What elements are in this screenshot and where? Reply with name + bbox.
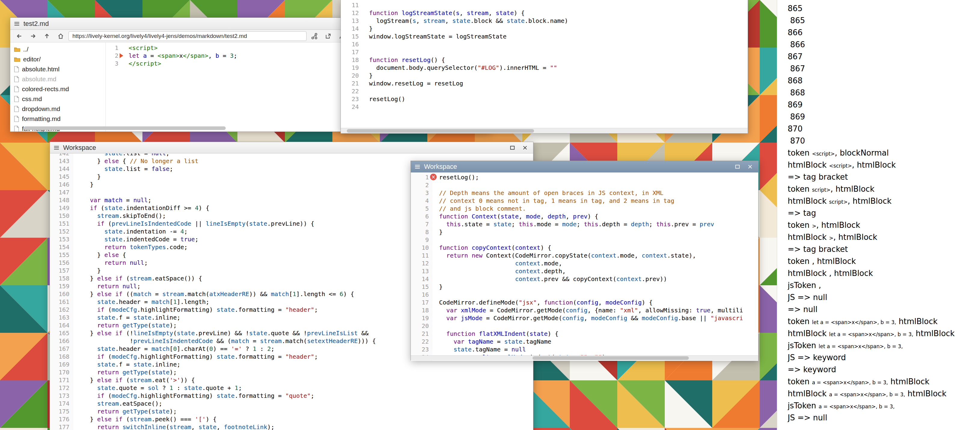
code-text [73,189,75,196]
code-line: 18function resetLog() { [341,56,748,64]
open-external-button[interactable] [322,31,334,41]
snippet-editor[interactable]: 1112function logStreamState(s, stream, s… [341,0,748,128]
forward-button[interactable] [27,31,39,41]
file-item[interactable]: colored-rects.md [10,84,105,94]
code-text: state.quote = sol ? 1 : state.quote + 1; [73,384,242,392]
line-number: 155 [50,251,73,259]
line-number: 15 [341,32,362,40]
code-text: return null; [73,282,141,290]
window-menu-icon[interactable] [54,145,59,150]
line-number: 160 [50,290,73,298]
code-line: 8} [411,228,758,236]
code-text: state.f = state.inline; [73,360,180,368]
code-text: function logStreamState(s, stream, state… [362,9,525,17]
file-item[interactable]: formatting.md [10,114,105,124]
modules-button[interactable] [308,31,320,41]
line-number: 168 [50,353,73,360]
snippet-hscrollbar[interactable] [341,128,748,133]
code-line: 14} [341,25,748,32]
code-line: 22 [341,87,748,95]
workspace-right-editor[interactable]: 1resetLog();×23// Depth means the amount… [411,173,758,361]
window-menu-icon[interactable] [414,164,420,169]
editor-hscrollbar-thumb[interactable] [24,126,226,130]
log-line: token , htmlBlock [788,255,980,267]
code-text: } [362,72,373,80]
snippet-hscrollbar-thumb[interactable] [347,129,534,133]
line-number: 14 [411,275,433,283]
workspace-right-hscrollbar[interactable] [411,355,758,360]
close-icon[interactable] [520,143,530,152]
code-text: } else { [73,251,126,259]
log-line: jsToken a = <span>x</span>, b = 3, [788,400,980,412]
code-text: } [73,181,94,189]
home-button[interactable] [55,31,67,41]
bookmark-icon[interactable] [119,53,123,58]
log-line: 866 [788,38,980,51]
code-text: var match = null; [73,196,151,204]
folder-icon [14,46,21,52]
file-item[interactable]: editor/ [10,54,105,64]
file-icon [14,86,19,93]
line-number: 20 [411,322,433,330]
close-icon[interactable] [746,162,755,171]
error-icon[interactable]: × [430,174,437,180]
code-text: } [73,267,101,275]
log-line: 868 [788,75,980,87]
code-line: 4// context 0 means not in tag, 1 means … [411,197,758,205]
maximize-icon[interactable] [733,162,742,171]
file-item[interactable]: dropdown.md [10,104,105,114]
window-menu-icon[interactable] [14,21,20,27]
code-line: 15window.logStreamState = logStreamState [341,32,748,40]
code-text: CodeMirror.defineMode("jsx", function(co… [433,299,652,306]
code-text: function copyContext(context) { [433,244,551,251]
code-text: } else { // No longer a list [73,157,198,165]
log-line: htmlBlock >, htmlBlock [788,231,980,243]
code-text: function Context(state, mode, depth, pre… [433,213,598,220]
log-line: htmlBlock <script>, htmlBlock [788,159,980,171]
line-number: 154 [50,243,73,251]
line-number: 20 [341,72,362,80]
file-item[interactable]: css.md [10,94,105,104]
back-button[interactable] [13,31,25,41]
code-text: <script> [123,44,158,52]
file-icon [14,125,19,132]
line-number: 1 [411,173,433,181]
workspace-right-hscrollbar-thumb[interactable] [533,356,689,360]
code-text [362,1,369,9]
file-name: absolute.md [22,75,56,83]
code-line: 177 return switchInline(stream, state, f… [50,423,533,430]
line-number: 11 [341,1,362,9]
line-number: 147 [50,189,73,196]
code-text: return tokenTypes.code; [73,243,188,251]
code-text: let a = <span>x</span>, b = 3; [123,52,237,59]
file-name: formatting.md [22,115,60,123]
file-item[interactable]: absolute.md [10,74,105,84]
window-snippet-editor: 1112function logStreamState(s, stream, s… [340,0,748,134]
code-text: state.list = null; [73,153,170,157]
url-input[interactable] [68,31,307,41]
file-icon [14,115,19,122]
code-line: 24 [341,103,748,111]
code-line: 15} [411,283,758,291]
file-item[interactable]: absolute.html [10,64,105,74]
log-line: 870 [788,123,980,135]
code-text: var xmlMode = CodeMirror.getMode(config,… [433,306,743,314]
code-text: state.f = state.inline; [73,313,180,321]
log-line: htmlBlock let a = <span>x</span>, b = 3,… [788,328,980,339]
file-item[interactable]: ../ [10,44,105,54]
line-number: 156 [50,259,73,267]
log-line: => tag bracket [788,171,980,183]
code-text: return new Context(CodeMirror.copyState(… [433,251,696,259]
line-number: 16 [411,291,433,299]
log-line: token a = <span>x</span>, b = 3, htmlBlo… [788,376,980,388]
file-icon [14,66,19,72]
code-text [433,291,439,299]
workspace-right-title-bar[interactable]: Workspace [411,161,758,173]
maximize-icon[interactable] [508,143,517,152]
file-name: absolute.html [22,66,59,73]
workspace-left-title-bar[interactable]: Workspace [50,142,533,153]
line-number: 1 [106,44,123,52]
code-line: 172 state.quote = sol ? 1 : state.quote … [50,384,533,392]
up-button[interactable] [41,31,53,41]
line-number: 18 [411,306,433,314]
